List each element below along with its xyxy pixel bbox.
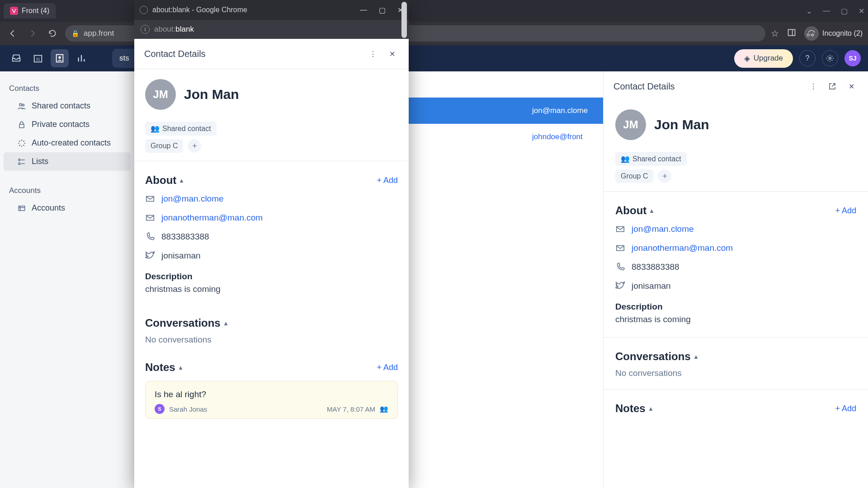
caret-up-icon: ▴: [649, 405, 652, 412]
svg-rect-0: [788, 29, 795, 35]
user-avatar[interactable]: SJ: [844, 50, 861, 66]
note-text: Is he al right?: [155, 389, 388, 399]
panel-more-icon[interactable]: ⋮: [807, 80, 820, 93]
caret-up-icon: ▴: [180, 177, 183, 184]
lock-icon: 🔒: [71, 30, 79, 37]
contact-phone-row: 8833883388: [145, 227, 398, 246]
group-chip[interactable]: Group C: [615, 169, 653, 183]
window-chevron-icon[interactable]: ⌄: [806, 7, 812, 15]
contact-name: Jon Man: [184, 87, 239, 102]
group-chip[interactable]: Group C: [145, 139, 183, 153]
sidebar-item-auto-contacts[interactable]: Auto-created contacts: [0, 134, 134, 152]
contact-email-row: jonanotherman@man.com: [145, 208, 398, 227]
about-add-button[interactable]: + Add: [377, 176, 398, 185]
svg-rect-10: [19, 159, 20, 160]
nav-contacts-icon[interactable]: [51, 49, 69, 67]
browser-tab-bar: Front (4) ⌄ — ▢ ✕: [0, 0, 868, 22]
contact-avatar: JM: [145, 79, 176, 110]
about-section-header[interactable]: About▴: [145, 174, 183, 187]
about-add-button[interactable]: + Add: [835, 206, 856, 216]
sidebar-item-label: Auto-created contacts: [32, 138, 111, 148]
note-timestamp: MAY 7, 8:07 AM: [327, 405, 375, 413]
about-section-header[interactable]: About▴: [615, 204, 653, 217]
contact-twitter-row: jonisaman: [615, 277, 856, 296]
popup-more-icon[interactable]: ⋮: [366, 47, 380, 61]
note-author: Sarah Jonas: [169, 405, 207, 413]
svg-rect-11: [19, 163, 20, 164]
popup-close-panel-icon[interactable]: ✕: [385, 47, 399, 61]
help-button[interactable]: ?: [799, 50, 816, 66]
description-text: christmas is coming: [615, 312, 856, 329]
window-maximize-icon[interactable]: ▢: [841, 7, 848, 15]
add-group-button[interactable]: +: [658, 169, 671, 183]
popup-panel-title: Contact Details: [144, 49, 361, 59]
description-label: Description: [145, 272, 398, 282]
scrollbar-track[interactable]: [401, 39, 408, 488]
nav-analytics-icon[interactable]: [72, 49, 90, 67]
contact-email-link[interactable]: jon@man.clome: [632, 224, 694, 234]
window-close-icon[interactable]: ✕: [859, 7, 864, 15]
nav-calendar-icon[interactable]: 31: [29, 49, 47, 67]
svg-text:31: 31: [36, 57, 40, 61]
side-panel-icon[interactable]: [787, 28, 796, 39]
incognito-badge[interactable]: Incognito (2): [804, 26, 863, 41]
notes-section-header[interactable]: Notes▴: [145, 361, 182, 374]
window-minimize-icon[interactable]: —: [823, 7, 830, 15]
popup-title-bar[interactable]: about:blank - Google Chrome — ▢ ✕: [134, 0, 409, 20]
contact-twitter-row: jonisaman: [145, 246, 398, 265]
sidebar-item-label: Private contacts: [32, 120, 90, 129]
contact-email-link[interactable]: jonanotherman@man.com: [161, 213, 263, 223]
info-icon[interactable]: i: [141, 25, 150, 34]
bookmark-star-icon[interactable]: ☆: [771, 28, 779, 39]
front-favicon: [10, 7, 18, 15]
popup-window-title: about:blank - Google Chrome: [152, 6, 247, 14]
diamond-icon: ◈: [744, 54, 750, 63]
notes-section-header[interactable]: Notes▴: [615, 402, 652, 415]
search-text: sts: [119, 54, 129, 63]
caret-up-icon: ▴: [650, 207, 653, 214]
sidebar-item-private-contacts[interactable]: Private contacts: [0, 115, 134, 134]
svg-point-6: [829, 57, 831, 60]
contact-email-link[interactable]: jonanotherman@man.com: [632, 243, 733, 253]
people-icon: 👥: [621, 155, 630, 163]
popup-minimize-icon[interactable]: —: [360, 6, 367, 14]
contact-twitter: jonisaman: [161, 251, 201, 261]
popup-address-bar[interactable]: i about:blank: [134, 20, 409, 39]
incognito-label: Incognito (2): [822, 29, 863, 38]
browser-back-button[interactable]: [5, 26, 20, 41]
globe-icon: [140, 6, 148, 14]
sidebar-item-accounts[interactable]: Accounts: [0, 199, 134, 217]
popup-maximize-icon[interactable]: ▢: [379, 6, 386, 14]
panel-close-icon[interactable]: ✕: [844, 80, 858, 93]
add-group-button[interactable]: +: [188, 139, 201, 153]
contact-phone: 8833883388: [161, 232, 209, 242]
contact-details-panel: Contact Details ⋮ ✕ JM Jon Man 👥 Shared …: [603, 71, 868, 488]
caret-up-icon: ▴: [179, 364, 182, 371]
contact-email-row: jon@man.clome: [145, 189, 398, 208]
browser-tab[interactable]: Front (4): [4, 3, 56, 19]
upgrade-button[interactable]: ◈ Upgrade: [734, 49, 793, 68]
notes-add-button[interactable]: + Add: [377, 363, 398, 372]
browser-address-bar: 🔒 app.front ☆ Incognito (2): [0, 22, 868, 45]
panel-popout-icon[interactable]: [826, 80, 839, 93]
sidebar-item-shared-contacts[interactable]: Shared contacts: [0, 97, 134, 115]
contact-email-link[interactable]: jon@man.clome: [161, 194, 224, 204]
contact-name: Jon Man: [654, 117, 709, 132]
conversations-section-header[interactable]: Conversations▴: [145, 317, 227, 329]
contact-email-row: jon@man.clome: [615, 220, 856, 239]
app-header: 31 sts ◈ Upgrade ? SJ: [0, 45, 868, 71]
panel-title: Contact Details: [613, 81, 801, 92]
sidebar-section-contacts: Contacts: [0, 80, 134, 97]
sidebar-item-lists[interactable]: Lists: [4, 152, 131, 171]
browser-reload-button[interactable]: [45, 26, 60, 41]
upgrade-label: Upgrade: [754, 54, 783, 63]
settings-button[interactable]: [822, 50, 838, 66]
conversations-section-header[interactable]: Conversations▴: [615, 350, 698, 363]
note-card[interactable]: Is he al right? S Sarah Jonas MAY 7, 8:0…: [145, 381, 398, 419]
sidebar-item-label: Lists: [32, 157, 48, 166]
nav-inbox-icon[interactable]: [7, 49, 25, 67]
sidebar-item-label: Shared contacts: [32, 101, 90, 111]
notes-add-button[interactable]: + Add: [835, 404, 856, 413]
browser-forward-button[interactable]: [25, 26, 40, 41]
popup-url-text: about:blank: [154, 25, 194, 34]
